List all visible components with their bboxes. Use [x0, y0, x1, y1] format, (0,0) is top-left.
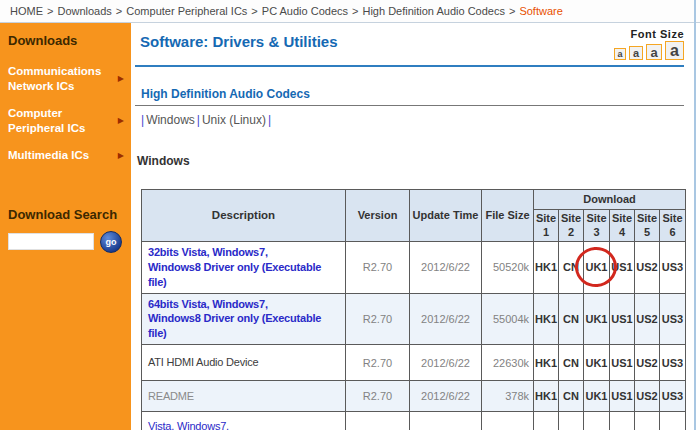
download-table: Description Version Update Time File Siz…	[141, 189, 686, 430]
update-time-cell: 2012/6/22	[410, 242, 482, 294]
site-link-cn[interactable]: CN	[559, 293, 584, 345]
description-text: ATI HDMI Audio Device	[148, 356, 259, 368]
font-size-button-4[interactable]: a	[665, 41, 684, 60]
column-header-site-4: Site 4	[610, 210, 635, 242]
file-size-cell: 100524k	[482, 412, 534, 430]
sidebar-item-communications-network-ics[interactable]: Communications Network ICs▶	[8, 64, 124, 94]
description-link[interactable]: Vista, Windows7, Windows8 Driver (32/64b…	[148, 420, 334, 430]
file-size-cell: 55004k	[482, 293, 534, 345]
version-cell: R2.70	[346, 412, 410, 430]
site-link-hk1[interactable]: HK1	[534, 412, 559, 430]
site-link-us3[interactable]: US3	[660, 345, 686, 381]
description-link[interactable]: 64bits Vista, Windows7, Windows8 Driver …	[148, 298, 321, 340]
sidebar-item-multimedia-ics[interactable]: Multimedia ICs▶	[8, 148, 124, 163]
main-content: Software: Drivers & Utilities Font Size …	[131, 23, 694, 430]
site-link-us3[interactable]: US3	[660, 381, 686, 412]
version-cell: R2.70	[346, 293, 410, 345]
table-row: ATI HDMI Audio DeviceR2.702012/6/2222630…	[142, 345, 686, 381]
site-link-cn[interactable]: CN	[559, 345, 584, 381]
column-header-download: Download	[534, 190, 686, 210]
sidebar-item-label: Multimedia ICs	[8, 148, 112, 163]
category-link[interactable]: High Definition Audio Codecs	[135, 87, 684, 106]
site-link-us1[interactable]: US1	[610, 412, 635, 430]
column-header-site-5: Site 5	[635, 210, 660, 242]
site-link-us1[interactable]: US1	[610, 345, 635, 381]
sidebar-item-computer-peripheral-ics[interactable]: Computer Peripheral ICs▶	[8, 106, 124, 136]
description-cell: ATI HDMI Audio Device	[142, 345, 346, 381]
sidebar: Downloads Communications Network ICs▶Com…	[0, 23, 131, 430]
breadcrumb-link-home[interactable]: HOME	[10, 5, 43, 17]
site-link-hk1[interactable]: HK1	[534, 242, 559, 294]
breadcrumb-separator: >	[352, 5, 358, 17]
font-size-button-1[interactable]: a	[614, 48, 626, 60]
site-link-us3[interactable]: US3	[660, 293, 686, 345]
breadcrumb-separator: >	[251, 5, 257, 17]
column-header-site-3: Site 3	[584, 210, 610, 242]
site-link-hk1[interactable]: HK1	[534, 293, 559, 345]
site-link-us2[interactable]: US2	[635, 242, 660, 294]
os-link-windows[interactable]: Windows	[146, 113, 195, 127]
version-cell: R2.70	[346, 381, 410, 412]
font-size-control: Font Size aaaa	[611, 28, 684, 60]
site-link-us2[interactable]: US2	[635, 293, 660, 345]
arrow-right-icon: ▶	[118, 116, 124, 125]
font-size-buttons: aaaa	[611, 41, 684, 60]
download-search-input[interactable]	[8, 233, 94, 250]
column-header-site-1: Site 1	[534, 210, 559, 242]
sidebar-item-label: Computer Peripheral ICs	[8, 106, 112, 136]
go-button[interactable]: go	[100, 231, 122, 253]
site-link-hk1[interactable]: HK1	[534, 381, 559, 412]
file-size-cell: 50520k	[482, 242, 534, 294]
description-link[interactable]: 32bits Vista, Windows7, Windows8 Driver …	[148, 246, 321, 288]
breadcrumb-separator: >	[47, 5, 53, 17]
version-cell: R2.70	[346, 242, 410, 294]
update-time-cell: 2012/6/22	[410, 293, 482, 345]
update-time-cell: 2012/6/22	[410, 381, 482, 412]
platform-heading: Windows	[135, 154, 684, 168]
download-search-label: Download Search	[8, 207, 124, 222]
update-time-cell: 2012/6/22	[410, 412, 482, 430]
site-link-uk1[interactable]: UK1	[584, 293, 610, 345]
site-link-cn[interactable]: CN	[559, 412, 584, 430]
description-text: README	[148, 390, 194, 402]
description-cell: README	[142, 381, 346, 412]
breadcrumb-separator: >	[116, 5, 122, 17]
site-link-us3[interactable]: US3	[660, 412, 686, 430]
description-cell: 32bits Vista, Windows7, Windows8 Driver …	[142, 242, 346, 294]
site-link-uk1[interactable]: UK1	[584, 345, 610, 381]
description-cell: 64bits Vista, Windows7, Windows8 Driver …	[142, 293, 346, 345]
site-link-cn[interactable]: CN	[559, 381, 584, 412]
site-link-us2[interactable]: US2	[635, 345, 660, 381]
page: HOME>Downloads>Computer Peripheral ICs>P…	[0, 0, 700, 430]
site-link-uk1[interactable]: UK1	[584, 381, 610, 412]
breadcrumb-link-computer-peripheral-ics[interactable]: Computer Peripheral ICs	[126, 5, 247, 17]
site-link-us1[interactable]: US1	[610, 242, 635, 294]
os-nav: |Windows|Unix (Linux)|	[135, 113, 684, 127]
site-link-us1[interactable]: US1	[610, 381, 635, 412]
table-row: Vista, Windows7, Windows8 Driver (32/64b…	[142, 412, 686, 430]
site-link-cn[interactable]: CN	[559, 242, 584, 294]
update-time-cell: 2012/6/22	[410, 345, 482, 381]
site-link-uk1[interactable]: UK1	[584, 242, 610, 294]
site-link-uk1[interactable]: UK1	[584, 412, 610, 430]
page-right-border	[694, 0, 696, 430]
column-header-file-size: File Size	[482, 190, 534, 242]
site-link-us3[interactable]: US3	[660, 242, 686, 294]
site-link-us2[interactable]: US2	[635, 412, 660, 430]
site-link-us2[interactable]: US2	[635, 381, 660, 412]
breadcrumb-link-downloads[interactable]: Downloads	[57, 5, 111, 17]
breadcrumb-current: Software	[519, 5, 562, 17]
site-link-us1[interactable]: US1	[610, 293, 635, 345]
breadcrumb-link-high-definition-audio-codecs[interactable]: High Definition Audio Codecs	[362, 5, 504, 17]
breadcrumb-link-pc-audio-codecs[interactable]: PC Audio Codecs	[262, 5, 348, 17]
version-cell: R2.70	[346, 345, 410, 381]
font-size-button-3[interactable]: a	[646, 44, 662, 60]
download-search-row: go	[8, 231, 124, 253]
font-size-button-2[interactable]: a	[629, 46, 643, 60]
page-title: Software: Drivers & Utilities	[140, 33, 338, 50]
os-separator: |	[197, 113, 200, 127]
column-header-update-time: Update Time	[410, 190, 482, 242]
site-link-hk1[interactable]: HK1	[534, 345, 559, 381]
sidebar-title: Downloads	[8, 33, 124, 48]
os-link-unix-linux[interactable]: Unix (Linux)	[202, 113, 266, 127]
